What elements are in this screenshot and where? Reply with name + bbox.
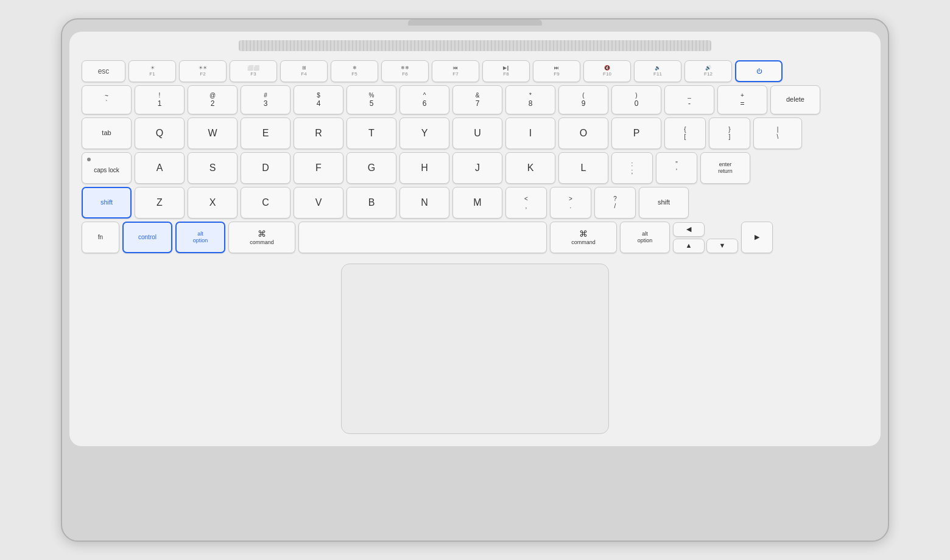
key-f7[interactable]: ⏮F7: [432, 60, 479, 82]
key-minus[interactable]: _-: [664, 85, 714, 114]
key-backtick[interactable]: ~ `: [82, 85, 132, 114]
key-arrow-right[interactable]: ▶: [741, 222, 773, 253]
key-arrow-down[interactable]: ▼: [706, 239, 738, 253]
key-shift-right[interactable]: shift: [639, 187, 689, 219]
caps-lock-indicator: [87, 158, 91, 161]
function-row: esc ☀F1 ☀☀F2 ⬜⬜F3 ⊞F4 ❄F5 ❄❄F6 ⏮F7 ▶‖F8 …: [82, 60, 868, 82]
key-v[interactable]: V: [294, 187, 343, 219]
qwerty-row: tab Q W E R T Y U I O P {[ }] |\: [82, 117, 868, 149]
key-6[interactable]: ^6: [399, 85, 449, 114]
keyboard-area: esc ☀F1 ☀☀F2 ⬜⬜F3 ⊞F4 ❄F5 ❄❄F6 ⏮F7 ▶‖F8 …: [69, 32, 881, 446]
key-y[interactable]: Y: [399, 117, 449, 149]
key-shift-left[interactable]: shift: [82, 187, 132, 219]
key-fn[interactable]: fn: [82, 222, 119, 253]
key-arrow-up[interactable]: ▲: [673, 239, 705, 253]
key-z[interactable]: Z: [135, 187, 185, 219]
key-caps-lock[interactable]: caps lock: [82, 152, 132, 184]
key-g[interactable]: G: [347, 152, 396, 184]
key-k[interactable]: K: [505, 152, 555, 184]
key-1[interactable]: !1: [135, 85, 185, 114]
key-arrow-left[interactable]: ◀: [673, 222, 705, 237]
key-7[interactable]: &7: [452, 85, 502, 114]
key-x[interactable]: X: [188, 187, 237, 219]
key-bracket-left[interactable]: {[: [664, 117, 706, 149]
key-n[interactable]: N: [399, 187, 449, 219]
key-9[interactable]: (9: [558, 85, 608, 114]
laptop-hinge: [408, 19, 542, 26]
key-period[interactable]: >.: [550, 187, 591, 219]
key-f6[interactable]: ❄❄F6: [381, 60, 429, 82]
key-c[interactable]: C: [241, 187, 290, 219]
key-f1[interactable]: ☀F1: [128, 60, 176, 82]
key-3[interactable]: #3: [241, 85, 290, 114]
key-slash[interactable]: ?/: [594, 187, 636, 219]
key-a[interactable]: A: [135, 152, 185, 184]
key-option-left[interactable]: alt option: [175, 222, 225, 253]
key-equals[interactable]: +=: [717, 85, 767, 114]
key-space[interactable]: [298, 222, 547, 253]
key-bracket-right[interactable]: }]: [709, 117, 750, 149]
arrow-key-group: ◀ ▲ ▼: [673, 222, 738, 253]
key-f3[interactable]: ⬜⬜F3: [230, 60, 277, 82]
asdf-row: caps lock A S D F G H J K L :; "' enter …: [82, 152, 868, 184]
key-comma[interactable]: <,: [505, 187, 547, 219]
zxcv-row: shift Z X C V B N M <, >. ?/ shift: [82, 187, 868, 219]
key-e[interactable]: E: [241, 117, 290, 149]
key-control[interactable]: control: [122, 222, 172, 253]
key-j[interactable]: J: [452, 152, 502, 184]
key-f4[interactable]: ⊞F4: [280, 60, 328, 82]
key-q[interactable]: Q: [135, 117, 185, 149]
key-f11[interactable]: 🔉F11: [634, 60, 681, 82]
key-f12[interactable]: 🔊F12: [684, 60, 732, 82]
key-quote[interactable]: "': [656, 152, 697, 184]
key-m[interactable]: M: [452, 187, 502, 219]
key-delete[interactable]: delete: [770, 85, 820, 114]
key-semicolon[interactable]: :;: [611, 152, 653, 184]
number-row: ~ ` !1 @2 #3 $4 %5 ^6 &7 *8 (9 )0 _- += …: [82, 85, 868, 114]
key-r[interactable]: R: [294, 117, 343, 149]
key-t[interactable]: T: [347, 117, 396, 149]
key-l[interactable]: L: [558, 152, 608, 184]
key-s[interactable]: S: [188, 152, 237, 184]
key-f5[interactable]: ❄F5: [331, 60, 378, 82]
key-f8[interactable]: ▶‖F8: [482, 60, 530, 82]
key-o[interactable]: O: [558, 117, 608, 149]
key-b[interactable]: B: [347, 187, 396, 219]
key-8[interactable]: *8: [505, 85, 555, 114]
key-0[interactable]: )0: [611, 85, 661, 114]
key-tab[interactable]: tab: [82, 117, 132, 149]
key-w[interactable]: W: [188, 117, 237, 149]
key-2[interactable]: @2: [188, 85, 237, 114]
key-command-right[interactable]: ⌘ command: [550, 222, 617, 253]
key-f[interactable]: F: [294, 152, 343, 184]
key-f10[interactable]: 🔇F10: [583, 60, 631, 82]
key-h[interactable]: H: [399, 152, 449, 184]
key-4[interactable]: $4: [294, 85, 343, 114]
key-power[interactable]: ⏻: [735, 60, 783, 82]
key-return[interactable]: enter return: [700, 152, 750, 184]
key-u[interactable]: U: [452, 117, 502, 149]
key-d[interactable]: D: [241, 152, 290, 184]
key-i[interactable]: I: [505, 117, 555, 149]
trackpad[interactable]: [341, 264, 609, 434]
key-command-left[interactable]: ⌘ command: [228, 222, 295, 253]
modifier-row: fn control alt option ⌘ command ⌘ comman…: [82, 222, 868, 253]
key-esc[interactable]: esc: [82, 60, 125, 82]
key-f2[interactable]: ☀☀F2: [179, 60, 227, 82]
key-option-right[interactable]: alt option: [620, 222, 670, 253]
key-5[interactable]: %5: [347, 85, 396, 114]
laptop-body: esc ☀F1 ☀☀F2 ⬜⬜F3 ⊞F4 ❄F5 ❄❄F6 ⏮F7 ▶‖F8 …: [61, 18, 889, 542]
key-f9[interactable]: ⏭F9: [533, 60, 580, 82]
key-p[interactable]: P: [611, 117, 661, 149]
speaker-grille: [239, 40, 711, 51]
key-backslash[interactable]: |\: [753, 117, 802, 149]
